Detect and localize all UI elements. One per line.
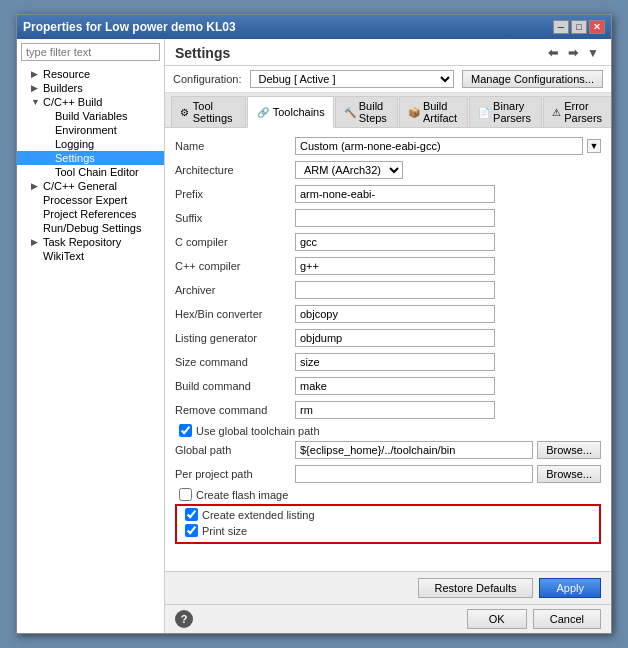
suffix-input[interactable] — [295, 209, 495, 227]
c-compiler-label: C compiler — [175, 236, 295, 248]
per-project-row: Per project path Browse... — [175, 464, 601, 484]
back-icon[interactable]: ⬅ — [545, 45, 561, 61]
remove-command-input[interactable] — [295, 401, 495, 419]
tab-binary-parsers[interactable]: 📄 Binary Parsers — [469, 96, 542, 127]
tab-toolchains[interactable]: 🔗 Toolchains — [247, 96, 334, 128]
c-compiler-input[interactable] — [295, 233, 495, 251]
archiver-row: Archiver — [175, 280, 601, 300]
create-flash-row: Create flash image — [175, 488, 601, 501]
create-flash-checkbox[interactable] — [179, 488, 192, 501]
name-label: Name — [175, 140, 295, 152]
suffix-label: Suffix — [175, 212, 295, 224]
architecture-select[interactable]: ARM (AArch32) — [295, 161, 403, 179]
listing-gen-row: Listing generator — [175, 328, 601, 348]
error-parsers-icon: ⚠ — [552, 105, 561, 119]
sidebar-item-processor-expert[interactable]: Processor Expert — [17, 193, 164, 207]
tab-label: Build Artifact — [423, 100, 459, 124]
arrow-icon: ▼ — [31, 97, 43, 107]
sidebar-item-label: Project References — [43, 208, 137, 220]
name-dropdown-btn[interactable]: ▼ — [587, 139, 601, 153]
global-path-label: Global path — [175, 444, 295, 456]
sidebar-item-logging[interactable]: Logging — [17, 137, 164, 151]
archiver-input[interactable] — [295, 281, 495, 299]
sidebar-item-builders[interactable]: ▶ Builders — [17, 81, 164, 95]
configuration-row: Configuration: Debug [ Active ] Manage C… — [165, 66, 611, 93]
sidebar-item-run-debug[interactable]: Run/Debug Settings — [17, 221, 164, 235]
tab-label: Toolchains — [273, 106, 325, 118]
tab-build-artifact[interactable]: 📦 Build Artifact — [399, 96, 468, 127]
sidebar-item-wikitext[interactable]: WikiText — [17, 249, 164, 263]
hex-bin-input[interactable] — [295, 305, 495, 323]
sidebar-item-cc-general[interactable]: ▶ C/C++ General — [17, 179, 164, 193]
create-extended-checkbox[interactable] — [185, 508, 198, 521]
arrow-icon: ▶ — [31, 69, 43, 79]
sidebar-item-environment[interactable]: Environment — [17, 123, 164, 137]
sidebar-item-label: C/C++ General — [43, 180, 117, 192]
ok-button[interactable]: OK — [467, 609, 527, 629]
global-path-input[interactable] — [295, 441, 533, 459]
manage-configurations-button[interactable]: Manage Configurations... — [462, 70, 603, 88]
cancel-button[interactable]: Cancel — [533, 609, 601, 629]
sidebar-item-label: Build Variables — [55, 110, 128, 122]
filter-input[interactable] — [21, 43, 160, 61]
settings-title: Settings — [175, 45, 230, 61]
build-command-input[interactable] — [295, 377, 495, 395]
forward-icon[interactable]: ➡ — [565, 45, 581, 61]
architecture-row: Architecture ARM (AArch32) — [175, 160, 601, 180]
size-command-input[interactable] — [295, 353, 495, 371]
name-input[interactable] — [295, 137, 583, 155]
sidebar-item-cc-build[interactable]: ▼ C/C++ Build — [17, 95, 164, 109]
listing-gen-input[interactable] — [295, 329, 495, 347]
window-title: Properties for Low power demo KL03 — [23, 20, 236, 34]
maximize-button[interactable]: □ — [571, 20, 587, 34]
name-input-area: ▼ — [295, 137, 601, 155]
size-command-row: Size command — [175, 352, 601, 372]
title-bar: Properties for Low power demo KL03 ─ □ ✕ — [17, 15, 611, 39]
global-path-browse-button[interactable]: Browse... — [537, 441, 601, 459]
help-area: ? — [175, 610, 193, 628]
tab-build-steps[interactable]: 🔨 Build Steps — [335, 96, 398, 127]
tab-error-parsers[interactable]: ⚠ Error Parsers — [543, 96, 611, 127]
tree: ▶ Resource ▶ Builders ▼ C/C++ Build Buil… — [17, 65, 164, 633]
create-extended-label: Create extended listing — [202, 509, 315, 521]
sidebar-item-tool-chain-editor[interactable]: Tool Chain Editor — [17, 165, 164, 179]
tab-label: Tool Settings — [193, 100, 237, 124]
sidebar-item-label: Processor Expert — [43, 194, 127, 206]
sidebar-item-resource[interactable]: ▶ Resource — [17, 67, 164, 81]
close-button[interactable]: ✕ — [589, 20, 605, 34]
tabs-bar: ⚙ Tool Settings 🔗 Toolchains 🔨 Build Ste… — [165, 93, 611, 128]
sidebar-item-build-variables[interactable]: Build Variables — [17, 109, 164, 123]
restore-defaults-button[interactable]: Restore Defaults — [418, 578, 534, 598]
sidebar-item-label: Resource — [43, 68, 90, 80]
per-project-browse-button[interactable]: Browse... — [537, 465, 601, 483]
sidebar-item-label: C/C++ Build — [43, 96, 102, 108]
dropdown-icon[interactable]: ▼ — [585, 45, 601, 61]
sidebar-item-label: Environment — [55, 124, 117, 136]
per-project-area: Browse... — [295, 465, 601, 483]
per-project-input[interactable] — [295, 465, 533, 483]
restore-apply-row: Restore Defaults Apply — [165, 571, 611, 604]
prefix-row: Prefix — [175, 184, 601, 204]
remove-command-row: Remove command — [175, 400, 601, 420]
config-select[interactable]: Debug [ Active ] — [250, 70, 455, 88]
prefix-input[interactable] — [295, 185, 495, 203]
help-icon[interactable]: ? — [175, 610, 193, 628]
minimize-button[interactable]: ─ — [553, 20, 569, 34]
sidebar-item-task-repository[interactable]: ▶ Task Repository — [17, 235, 164, 249]
highlighted-options-box: Create extended listing Print size — [175, 504, 601, 544]
tab-label: Binary Parsers — [493, 100, 533, 124]
create-flash-label: Create flash image — [196, 489, 288, 501]
ok-cancel-footer: ? OK Cancel — [165, 604, 611, 633]
print-size-checkbox[interactable] — [185, 524, 198, 537]
tab-tool-settings[interactable]: ⚙ Tool Settings — [171, 96, 246, 127]
sidebar-item-label: Run/Debug Settings — [43, 222, 141, 234]
sidebar-item-label: Settings — [55, 152, 95, 164]
use-global-checkbox[interactable] — [179, 424, 192, 437]
toolchains-icon: 🔗 — [256, 105, 270, 119]
apply-button[interactable]: Apply — [539, 578, 601, 598]
footer-buttons: OK Cancel — [467, 609, 601, 629]
sidebar-item-project-references[interactable]: Project References — [17, 207, 164, 221]
sidebar-item-settings[interactable]: Settings — [17, 151, 164, 165]
cpp-compiler-input[interactable] — [295, 257, 495, 275]
use-global-row: Use global toolchain path — [175, 424, 601, 437]
